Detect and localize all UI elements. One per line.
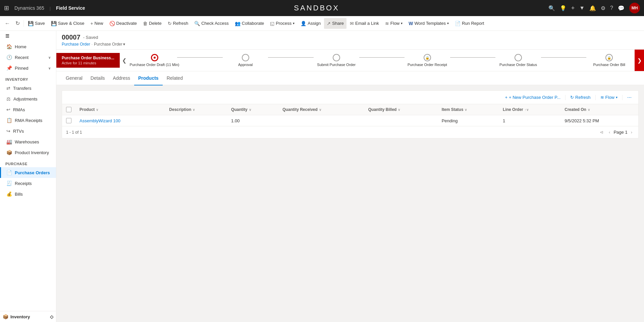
deactivate-button[interactable]: 🚫 Deactivate — [107, 18, 140, 29]
home-icon: 🏠 — [6, 44, 12, 49]
description-sort-icon: ∨ — [193, 108, 195, 112]
table-header: Product ∨ Description ∨ — [62, 104, 638, 115]
breadcrumb-current[interactable]: Purchase Order ▾ — [94, 42, 125, 47]
save-button[interactable]: 💾 Save — [25, 18, 48, 29]
process-chevron-right-button[interactable]: ❯ — [635, 50, 644, 71]
word-templates-button[interactable]: W Word Templates ▾ — [406, 18, 451, 29]
grid-flow-button[interactable]: ≋ Flow ▾ — [598, 93, 620, 101]
rma-receipts-icon: 📋 — [6, 118, 12, 123]
app-grid-icon[interactable]: ⊞ — [4, 4, 9, 12]
assign-icon: 👤 — [301, 21, 306, 26]
help-icon[interactable]: ? — [610, 5, 613, 11]
process-bar: Purchase Order Business... Active for 11… — [56, 50, 644, 71]
collaborate-button[interactable]: 👥 Collaborate — [232, 18, 267, 29]
sidebar-item-recent[interactable]: 🕐 Recent ∨ — [0, 52, 56, 63]
qty-received-sort-icon: ∨ — [319, 108, 321, 112]
avatar[interactable]: MH — [629, 3, 640, 13]
pagination-summary: 1 - 1 of 1 — [66, 130, 82, 135]
search-icon[interactable]: 🔍 — [548, 5, 555, 11]
filter-icon[interactable]: ▼ — [579, 5, 585, 11]
sidebar-item-rtvs[interactable]: ↪ RTVs — [0, 126, 56, 136]
sidebar-item-rmas[interactable]: ↩ RMAs — [0, 104, 56, 115]
sidebar-item-product-inventory[interactable]: 📦 Product Inventory — [0, 147, 56, 158]
sidebar-collapse-button[interactable]: ☰ — [0, 31, 56, 41]
connector-2 — [268, 57, 314, 58]
email-link-button[interactable]: ✉ Email a Link — [347, 18, 382, 29]
tab-details[interactable]: Details — [87, 71, 109, 85]
header-line-order[interactable]: Line Order ↑∨ — [499, 104, 560, 115]
stage-bill[interactable]: 🔒 Purchase Order Bill — [586, 54, 632, 67]
item-status-sort-icon: ∨ — [465, 108, 467, 112]
header-qty-billed[interactable]: Quantity Billed ∨ — [364, 104, 438, 115]
sidebar-item-rma-receipts[interactable]: 📋 RMA Receipts — [0, 115, 56, 126]
tab-address[interactable]: Address — [109, 71, 134, 85]
grid-more-button[interactable]: ⋯ — [625, 93, 634, 101]
stage-receipt-circle: 🔒 — [424, 54, 431, 61]
new-button[interactable]: + New — [88, 18, 106, 29]
back-button[interactable]: ← — [3, 19, 12, 28]
sidebar-item-purchase-orders[interactable]: 📄 Purchase Orders — [0, 167, 56, 178]
stage-approval[interactable]: Approval — [223, 54, 268, 67]
header-description[interactable]: Description ∨ — [165, 104, 227, 115]
chat-icon[interactable]: 💬 — [618, 5, 625, 11]
sidebar-item-bills[interactable]: 💰 Bills — [0, 189, 56, 199]
stage-draft[interactable]: Purchase Order Draft (11 Min) — [132, 54, 177, 67]
select-all-checkbox[interactable] — [66, 107, 71, 112]
new-purchase-order-product-button[interactable]: + + New Purchase Order P... — [502, 93, 563, 101]
flow-button[interactable]: ≋ Flow ▾ — [382, 18, 405, 29]
process-chevron-left-button[interactable]: ❮ — [120, 50, 129, 71]
save-close-button[interactable]: 💾 Save & Close — [48, 18, 87, 29]
sidebar-item-transfers[interactable]: ⇄ Transfers — [0, 83, 56, 93]
header-quantity[interactable]: Quantity ∨ — [227, 104, 278, 115]
pagination-next-button[interactable]: › — [629, 129, 634, 135]
run-report-button[interactable]: 📄 Run Report — [452, 18, 487, 29]
active-stage[interactable]: Purchase Order Business... Active for 11… — [56, 53, 120, 68]
receipts-icon: 🧾 — [6, 181, 12, 186]
sidebar-item-pinned[interactable]: 📌 Pinned ∨ — [0, 63, 56, 73]
check-access-icon: 🔍 — [194, 21, 200, 26]
tab-general[interactable]: General — [62, 71, 87, 85]
grid-refresh-icon: ↻ — [570, 95, 574, 100]
settings-icon[interactable]: ⚙ — [601, 5, 605, 11]
delete-button[interactable]: 🗑 Delete — [140, 18, 164, 29]
share-button[interactable]: ↗ Share — [324, 18, 346, 29]
assign-button[interactable]: 👤 Assign — [298, 18, 323, 29]
tab-related[interactable]: Related — [163, 71, 187, 85]
check-access-button[interactable]: 🔍 Check Access — [192, 18, 231, 29]
grid-refresh-button[interactable]: ↻ Refresh — [568, 93, 593, 101]
sidebar-item-home[interactable]: 🏠 Home — [0, 41, 56, 52]
tab-products[interactable]: Products — [134, 71, 163, 85]
lightbulb-icon[interactable]: 💡 — [560, 5, 567, 11]
save-icon: 💾 — [28, 21, 34, 26]
pagination-first-button[interactable]: ⊲ — [598, 129, 605, 135]
stage-status[interactable]: Purchase Order Status — [495, 54, 541, 67]
product-inventory-icon: 📦 — [6, 150, 12, 155]
notification-icon[interactable]: 🔔 — [589, 5, 596, 11]
sidebar-item-adjustments[interactable]: ⚖ Adjustments — [0, 93, 56, 104]
stage-receipt[interactable]: 🔒 Purchase Order Receipt — [405, 54, 450, 67]
grid-flow-icon: ≋ — [600, 95, 604, 100]
product-link[interactable]: AssemblyWizard 100 — [79, 118, 120, 123]
pagination-prev-button[interactable]: ‹ — [607, 129, 612, 135]
add-icon[interactable]: + — [571, 5, 575, 12]
stage-submit[interactable]: Submit Purchase Order — [314, 54, 359, 67]
more-icon: ⋯ — [627, 95, 632, 100]
sidebar-item-receipts[interactable]: 🧾 Receipts — [0, 178, 56, 189]
app-name: Dynamics 365 — [14, 5, 44, 11]
row-checkbox[interactable] — [66, 118, 71, 123]
process-button[interactable]: ◱ Process ▾ — [267, 18, 297, 29]
header-qty-received[interactable]: Quantity Received ∨ — [278, 104, 364, 115]
forward-button[interactable]: ↻ — [13, 19, 22, 28]
header-created-on[interactable]: Created On ∨ — [560, 104, 638, 115]
header-item-status[interactable]: Item Status ∨ — [438, 104, 499, 115]
purchase-orders-icon: 📄 — [6, 170, 12, 175]
toolbar-separator-1 — [565, 95, 566, 100]
header-product[interactable]: Product ∨ — [75, 104, 165, 115]
refresh-button[interactable]: ↻ Refresh — [165, 18, 191, 29]
refresh-icon: ↻ — [168, 21, 172, 26]
breadcrumb-parent[interactable]: Purchase Order — [62, 42, 90, 47]
products-toolbar: + + New Purchase Order P... ↻ Refresh ≋ … — [62, 91, 638, 104]
sidebar-footer[interactable]: 📦 Inventory ◇ — [0, 311, 56, 322]
sidebar-item-warehouses[interactable]: 🏭 Warehouses — [0, 136, 56, 147]
save-close-icon: 💾 — [51, 21, 57, 26]
